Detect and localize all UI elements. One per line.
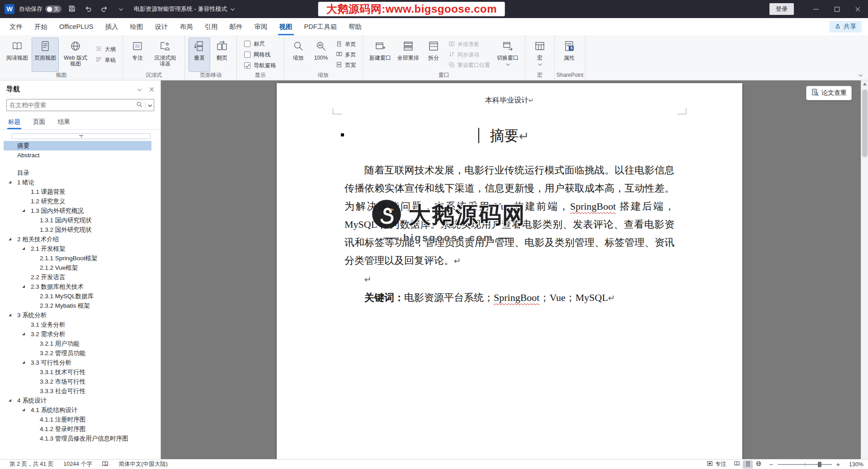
- tab-officeplus[interactable]: OfficePLUS: [53, 18, 99, 35]
- empty-paragraph[interactable]: ↵: [344, 270, 675, 289]
- tab-design[interactable]: 设计: [149, 18, 174, 35]
- language-status[interactable]: 简体中文(中国大陆): [113, 460, 172, 469]
- tab-view[interactable]: 视图: [274, 18, 298, 35]
- read-mode-button[interactable]: 阅读视图: [4, 38, 31, 72]
- nav-heading-item[interactable]: 4.1 系统结构设计: [4, 405, 151, 415]
- search-options-chevron-icon[interactable]: [148, 103, 151, 107]
- search-input[interactable]: [9, 102, 133, 108]
- nav-heading-item[interactable]: 2.3.1 MySQL数据库: [4, 291, 151, 301]
- navigation-pane-checkbox[interactable]: 导航窗格: [244, 62, 276, 70]
- outline-bullet-icon[interactable]: [341, 133, 344, 136]
- nav-heading-item[interactable]: 3.3 可行性分析: [4, 358, 151, 367]
- autosave-switch[interactable]: 关: [45, 5, 61, 13]
- scrollbar-thumb[interactable]: [862, 89, 868, 157]
- expand-triangle-icon[interactable]: [22, 247, 25, 250]
- autosave-toggle[interactable]: 自动保存 关: [19, 5, 61, 13]
- plagiarism-check-button[interactable]: 论文查重: [806, 86, 852, 100]
- nav-heading-item[interactable]: 3.1 业务分析: [4, 320, 151, 329]
- split-button[interactable]: 拆分: [423, 38, 444, 72]
- nav-heading-item[interactable]: 2.2 开发语言: [4, 272, 151, 282]
- collapse-ribbon-icon[interactable]: [859, 73, 862, 76]
- nav-heading-item[interactable]: 2.1.2 Vue框架: [4, 263, 151, 272]
- nav-tab-results[interactable]: 结果: [57, 117, 71, 129]
- document-title-area[interactable]: 电影资源智能管理系统 - 兼容性模式: [134, 5, 234, 13]
- zoom-percentage[interactable]: 130%: [845, 461, 863, 468]
- nav-heading-item[interactable]: 2.1.1 SpringBoot框架: [4, 253, 151, 263]
- macros-button[interactable]: 宏: [529, 38, 551, 72]
- page-number-status[interactable]: 第 2 页，共 41 页: [5, 460, 58, 469]
- read-mode-view-button[interactable]: [732, 460, 742, 469]
- nav-heading-item[interactable]: 1.2 研究意义: [4, 197, 151, 206]
- page-width-button[interactable]: 页宽: [334, 61, 358, 70]
- zoom-in-button[interactable]: +: [835, 460, 841, 468]
- zoom-out-button[interactable]: −: [769, 460, 774, 468]
- search-icon[interactable]: [136, 101, 142, 109]
- print-layout-view-button[interactable]: [743, 460, 753, 469]
- word-count-status[interactable]: 10244 个字: [58, 460, 97, 469]
- save-button[interactable]: [66, 3, 78, 15]
- multiple-pages-button[interactable]: 多页: [334, 51, 358, 59]
- arrange-all-button[interactable]: 全部重排: [395, 38, 422, 72]
- nav-heading-item[interactable]: 3.3.1 技术可行性: [4, 367, 151, 377]
- print-layout-button[interactable]: 页面视图: [32, 38, 59, 72]
- nav-heading-item[interactable]: 2.1 开发框架: [4, 244, 151, 253]
- vertical-scrollbar[interactable]: [861, 80, 868, 459]
- nav-heading-item[interactable]: 3.2.1 用户功能: [4, 339, 151, 348]
- jump-to-top-strip[interactable]: [12, 133, 151, 139]
- expand-triangle-icon[interactable]: [9, 181, 11, 183]
- gridlines-checkbox[interactable]: 网格线: [244, 51, 276, 59]
- draft-view-button[interactable]: 草稿: [94, 56, 118, 65]
- one-page-button[interactable]: 单页: [334, 40, 358, 49]
- nav-heading-item[interactable]: 4.1.2 登录时序图: [4, 424, 151, 434]
- nav-heading-item[interactable]: 4 系统设计: [4, 396, 151, 405]
- nav-heading-item[interactable]: 2 相关技术介绍: [4, 234, 151, 244]
- side-to-side-button[interactable]: 翻页: [211, 38, 233, 72]
- zoom-slider[interactable]: [778, 464, 832, 465]
- nav-heading-item[interactable]: Abstract: [4, 150, 151, 160]
- nav-heading-item[interactable]: 1.3.1 国内研究现状: [4, 216, 151, 225]
- nav-heading-item[interactable]: 2.3 数据库相关技术: [4, 282, 151, 291]
- navigation-pane-chevron-icon[interactable]: [137, 87, 141, 91]
- login-button[interactable]: 登录: [769, 3, 794, 15]
- tab-insert[interactable]: 插入: [99, 18, 124, 35]
- immersive-reader-button[interactable]: 沉浸式阅读器: [149, 38, 181, 72]
- expand-triangle-icon[interactable]: [22, 408, 25, 411]
- focus-button[interactable]: 专注: [127, 38, 148, 72]
- nav-heading-item[interactable]: 2.3.2 Mybatis 框架: [4, 301, 151, 310]
- nav-heading-item[interactable]: 1.3.2 国外研究现状: [4, 225, 151, 234]
- nav-heading-item[interactable]: 3.2.2 管理员功能: [4, 348, 151, 358]
- nav-heading-item[interactable]: 摘要: [4, 141, 151, 150]
- nav-tab-headings[interactable]: 标题: [7, 117, 21, 129]
- close-button[interactable]: [847, 0, 868, 18]
- zoom-button[interactable]: 缩放: [288, 38, 309, 72]
- expand-triangle-icon[interactable]: [22, 361, 25, 364]
- tab-references[interactable]: 引用: [199, 18, 224, 35]
- nav-heading-item[interactable]: 1.1 课题背景: [4, 187, 151, 197]
- properties-button[interactable]: 属性: [558, 38, 580, 72]
- tab-review[interactable]: 审阅: [249, 18, 274, 35]
- web-layout-button[interactable]: Web 版式视图: [60, 38, 91, 72]
- tab-pdf-tools[interactable]: PDF工具箱: [298, 18, 343, 35]
- nav-heading-item[interactable]: 4.1.3 管理员修改用户信息时序图: [4, 434, 151, 443]
- document-search-box[interactable]: [6, 99, 154, 111]
- new-window-button[interactable]: 新建窗口: [367, 38, 394, 72]
- switch-windows-button[interactable]: 切换窗口: [494, 38, 521, 72]
- nav-heading-item[interactable]: 3.3.2 市场可行性: [4, 377, 151, 386]
- outline-view-button[interactable]: 大纲: [94, 45, 118, 54]
- nav-heading-item[interactable]: 3.2 需求分析: [4, 329, 151, 339]
- tab-draw[interactable]: 绘图: [124, 18, 149, 35]
- expand-triangle-icon[interactable]: [22, 209, 25, 212]
- nav-heading-item[interactable]: 3.3.3 社会可行性: [4, 386, 151, 396]
- nav-heading-item[interactable]: 目录: [4, 168, 151, 178]
- expand-triangle-icon[interactable]: [9, 399, 11, 402]
- tab-home[interactable]: 开始: [28, 18, 53, 35]
- maximize-button[interactable]: [826, 0, 847, 18]
- keywords-paragraph[interactable]: 关键词：电影资源平台系统；SpringBoot；Vue；MySQL↵: [344, 289, 675, 307]
- scroll-up-arrow-icon[interactable]: [863, 83, 867, 85]
- tab-help[interactable]: 帮助: [343, 18, 368, 35]
- redo-button[interactable]: [99, 3, 110, 15]
- zoom-slider-thumb[interactable]: [818, 462, 821, 467]
- expand-triangle-icon[interactable]: [9, 238, 11, 240]
- customize-toolbar-button[interactable]: [115, 3, 127, 15]
- nav-tab-pages[interactable]: 页面: [32, 117, 46, 129]
